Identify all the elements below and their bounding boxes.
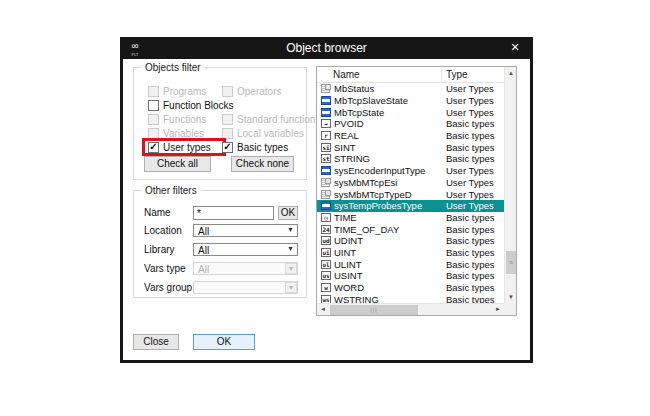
table-row[interactable]: → PVOID Basic types — [317, 118, 504, 130]
ok-button[interactable]: OK — [193, 334, 255, 350]
struct-icon — [321, 178, 331, 187]
checkbox-variables: Variables — [148, 128, 222, 139]
row-type: User Types — [446, 177, 494, 188]
row-name: USINT — [334, 270, 363, 281]
struct-icon — [321, 84, 331, 93]
scroll-up-icon[interactable]: ▲ — [505, 67, 517, 79]
name-filter-row: Name OK — [134, 206, 306, 220]
name-filter-ok-button[interactable]: OK — [278, 206, 298, 220]
objects-filter-checkboxes: Programs Operators Function Blocks Funct… — [148, 84, 302, 154]
types-list-panel: Name Type MbStatus User Types MbTcpSlave… — [316, 66, 517, 316]
table-row[interactable]: sysEncoderInputType User Types — [317, 165, 504, 177]
row-type: Basic types — [446, 270, 495, 281]
horizontal-scrollbar[interactable]: ◄ ||| ► — [317, 303, 504, 315]
dialog-title: Object browser — [120, 37, 533, 59]
table-row[interactable]: r REAL Basic types — [317, 130, 504, 142]
enum-icon — [321, 166, 331, 175]
vertical-scrollbar[interactable]: ▲ ≡ ▼ — [504, 67, 516, 303]
scroll-down-icon[interactable]: ▼ — [505, 291, 517, 303]
table-row[interactable]: ui UINT Basic types — [317, 247, 504, 259]
checkbox-box — [148, 128, 159, 139]
checkbox-label: Functions — [163, 114, 206, 125]
objects-filter-group: Objects filter Programs Operators Functi… — [133, 67, 307, 180]
table-row[interactable]: us USINT Basic types — [317, 270, 504, 282]
table-row[interactable]: ws WSTRING Basic types — [317, 293, 504, 303]
vars-group-label: Vars group — [144, 282, 192, 293]
checkbox-basic-types[interactable]: ✓ Basic types — [222, 142, 320, 153]
horizontal-scroll-thumb[interactable]: ||| — [330, 305, 418, 315]
table-row[interactable]: MbTcpState User Types — [317, 106, 504, 118]
row-type: Basic types — [446, 235, 495, 246]
table-row[interactable]: sysMbMTcpTypeD User Types — [317, 188, 504, 200]
row-name: sysMbMTcpEsi — [334, 177, 397, 188]
list-header[interactable]: Name Type — [317, 67, 504, 83]
row-name: MbStatus — [334, 83, 374, 94]
row-type: Basic types — [446, 212, 495, 223]
checkbox-standard-functions: Standard functions — [222, 114, 320, 125]
letter-icon: r — [321, 131, 331, 140]
name-label: Name — [144, 207, 171, 218]
checkbox-user-types[interactable]: ✓ User types — [148, 142, 222, 153]
row-name: sysTempProbesType — [334, 200, 422, 211]
check-none-button[interactable]: Check none — [231, 156, 294, 172]
checkbox-programs: Programs — [148, 86, 222, 97]
enum-icon — [321, 201, 331, 210]
scroll-right-icon[interactable]: ► — [492, 304, 504, 316]
check-all-button[interactable]: Check all — [144, 156, 211, 172]
row-type: Basic types — [446, 247, 495, 258]
row-type: User Types — [446, 83, 494, 94]
row-type: Basic types — [446, 153, 495, 164]
library-label: Library — [144, 244, 175, 255]
table-row[interactable]: si SINT Basic types — [317, 141, 504, 153]
checkbox-local-variables: Local variables — [222, 128, 320, 139]
dialog-titlebar[interactable]: ∞PLT Object browser ✕ — [120, 37, 533, 59]
vars-group-dropdown: ▼ — [193, 281, 298, 294]
checkbox-label: Standard functions — [237, 114, 320, 125]
letter-icon: w — [321, 283, 331, 292]
other-filters-group: Other filters Name OK Location All ▼ Lib… — [133, 190, 307, 298]
table-row[interactable]: ul ULINT Basic types — [317, 258, 504, 270]
table-row[interactable]: ud UDINT Basic types — [317, 235, 504, 247]
table-row[interactable]: 24 TIME_OF_DAY Basic types — [317, 223, 504, 235]
checkbox-label: Basic types — [237, 142, 288, 153]
vertical-scroll-thumb[interactable]: ≡ — [506, 251, 516, 274]
close-button[interactable]: Close — [133, 334, 179, 350]
checkmark-icon: ✓ — [223, 142, 231, 152]
checkmark-icon: ✓ — [149, 142, 157, 152]
letter-icon: → — [321, 119, 331, 128]
row-name: UINT — [334, 247, 356, 258]
checkbox-box — [148, 86, 159, 97]
objects-filter-legend: Objects filter — [141, 62, 205, 73]
table-row[interactable]: st STRING Basic types — [317, 153, 504, 165]
row-type: Basic types — [446, 259, 495, 270]
column-header-name[interactable]: Name — [333, 69, 360, 80]
close-icon[interactable]: ✕ — [506, 37, 524, 59]
column-header-type[interactable]: Type — [446, 69, 468, 80]
row-name: ULINT — [334, 259, 361, 270]
library-dropdown[interactable]: All ▼ — [193, 243, 298, 256]
letter-icon: si — [321, 143, 331, 152]
letter-icon: st — [321, 154, 331, 163]
library-filter-row: Library All ▼ — [134, 243, 306, 257]
table-row[interactable]: sysMbMTcpEsi User Types — [317, 177, 504, 189]
checkbox-label: User types — [163, 142, 211, 153]
location-label: Location — [144, 225, 182, 236]
chevron-down-icon: ▼ — [287, 245, 294, 252]
name-filter-input[interactable] — [193, 206, 274, 220]
scroll-left-icon[interactable]: ◄ — [317, 304, 329, 316]
row-name: MbTcpState — [334, 107, 384, 118]
table-row[interactable]: MbStatus User Types — [317, 83, 504, 95]
chevron-down-icon: ▼ — [287, 226, 294, 233]
vars-type-label: Vars type — [144, 263, 186, 274]
table-row[interactable]: sysTempProbesType User Types — [317, 200, 504, 212]
row-type: User Types — [446, 165, 494, 176]
checkbox-label: Programs — [163, 86, 206, 97]
checkbox-function-blocks[interactable]: Function Blocks — [148, 100, 222, 111]
table-row[interactable]: ◷ TIME Basic types — [317, 212, 504, 224]
table-row[interactable]: w WORD Basic types — [317, 282, 504, 294]
row-type: User Types — [446, 95, 494, 106]
checkbox-box: ✓ — [148, 142, 159, 153]
location-dropdown[interactable]: All ▼ — [193, 224, 298, 237]
enum-icon — [321, 96, 331, 105]
table-row[interactable]: MbTcpSlaveState User Types — [317, 95, 504, 107]
